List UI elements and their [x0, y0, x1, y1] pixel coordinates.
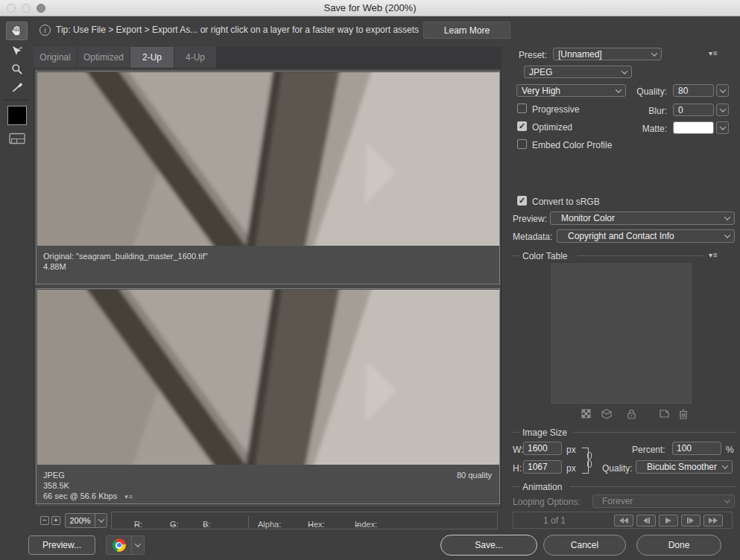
learn-more-button[interactable]: Learn More — [423, 22, 510, 39]
chevron-down-icon — [95, 514, 107, 527]
quality-slider-chevron[interactable] — [716, 84, 729, 97]
eyedropper-icon — [11, 81, 23, 93]
zoom-in-button[interactable]: + — [51, 516, 60, 525]
title-bar[interactable]: Save for Web (200%) — [0, 0, 740, 16]
eyedropper-tool-button[interactable] — [6, 77, 28, 96]
view-tabs: Original Optimized 2-Up 4-Up — [34, 47, 502, 68]
height-label: H: — [513, 463, 522, 474]
color-table-panel-menu-icon[interactable]: ▾≡ — [709, 251, 718, 259]
convert-srgb-checkbox[interactable] — [517, 196, 527, 206]
window-title: Save for Web (200%) — [323, 2, 416, 13]
image-size-title: Image Size — [522, 427, 567, 438]
close-window-icon[interactable] — [7, 4, 16, 13]
height-input[interactable] — [523, 460, 562, 474]
width-input[interactable] — [523, 442, 562, 455]
format-select[interactable]: JPEG — [524, 66, 632, 78]
preview-browser-select — [106, 535, 145, 555]
percent-input[interactable] — [672, 442, 721, 455]
width-label: W: — [513, 445, 523, 455]
preset-select[interactable]: [Unnamed] — [553, 48, 662, 60]
web-shift-cube-icon[interactable] — [601, 409, 612, 419]
readout-g-value: -- — [170, 520, 175, 529]
color-table-title: Color Table — [522, 251, 567, 261]
matte-select-chevron[interactable] — [716, 121, 729, 134]
preset-panel-menu-icon[interactable]: ▾≡ — [709, 49, 718, 57]
download-speed-menu-icon[interactable]: ▾≡ — [124, 491, 133, 502]
readout-index-value: -- — [355, 520, 360, 529]
fast-forward-icon — [709, 518, 718, 524]
quality-value: 80 — [678, 86, 688, 96]
original-info: Original: "seagram_building_master_1600.… — [37, 246, 499, 284]
original-filesize: 4.88M — [43, 261, 493, 272]
preview-select[interactable]: Monitor Color — [550, 211, 735, 225]
status-bar: − + 200% R: -- G: -- B: -- Alpha: -- Hex… — [34, 509, 502, 532]
slice-select-icon — [10, 45, 24, 57]
original-preview-pane[interactable]: Original: "seagram_building_master_1600.… — [36, 71, 500, 284]
width-unit: px — [566, 445, 576, 455]
preview-select-label: Preview: — [513, 214, 547, 224]
zoom-level-select[interactable]: 200% — [65, 513, 107, 528]
optimized-checkbox[interactable] — [517, 121, 527, 131]
original-preview-image — [37, 72, 499, 246]
tab-4up[interactable]: 4-Up — [174, 47, 216, 68]
blur-slider-chevron[interactable] — [716, 104, 729, 116]
preview-select-value: Monitor Color — [555, 213, 725, 223]
browser-select-chevron[interactable] — [131, 536, 144, 554]
zoom-window-icon[interactable] — [37, 4, 45, 13]
toolbar-divider — [3, 100, 30, 101]
last-frame-button[interactable] — [703, 515, 723, 526]
tab-2up[interactable]: 2-Up — [130, 47, 174, 68]
first-frame-button[interactable] — [614, 515, 633, 526]
progressive-checkbox[interactable] — [517, 104, 527, 113]
divider — [570, 486, 736, 487]
snap-web-palette-icon[interactable] — [581, 409, 591, 419]
blur-value-box[interactable]: 0 — [673, 104, 714, 116]
slice-select-tool-button[interactable] — [6, 42, 28, 60]
resample-quality-select[interactable]: Bicubic Smoother — [636, 460, 733, 474]
step-back-icon — [642, 518, 650, 524]
looping-options-select[interactable]: Forever — [592, 494, 735, 508]
tab-original[interactable]: Original — [34, 47, 77, 68]
divider — [512, 432, 519, 433]
quality-value-box[interactable]: 80 — [673, 84, 714, 97]
optimized-info: JPEG 358.5K 66 sec @ 56.6 Kbps▾≡ 80 qual… — [37, 465, 499, 503]
delete-color-icon[interactable] — [679, 409, 688, 419]
hand-tool-button[interactable] — [6, 22, 28, 40]
constrain-proportions-icon[interactable] — [586, 452, 592, 468]
chrome-browser-button[interactable] — [107, 536, 131, 554]
toggle-slices-visibility-button[interactable] — [7, 132, 28, 148]
optimized-format: JPEG — [43, 470, 493, 480]
previous-frame-button[interactable] — [636, 515, 656, 526]
format-value: JPEG — [529, 67, 622, 77]
new-color-icon[interactable] — [659, 409, 669, 419]
next-frame-button[interactable] — [681, 515, 701, 526]
lock-color-icon[interactable] — [627, 409, 636, 419]
play-button[interactable] — [659, 515, 678, 526]
blur-value: 0 — [678, 105, 683, 115]
zoom-tool-button[interactable] — [6, 60, 28, 78]
zoom-out-button[interactable]: − — [40, 516, 49, 525]
readout-divider — [248, 516, 249, 528]
readout-b-value: -- — [203, 520, 208, 529]
tab-optimized[interactable]: Optimized — [78, 47, 130, 68]
info-icon: i — [39, 25, 51, 36]
eyedropper-color-swatch[interactable] — [7, 106, 27, 125]
preset-value: [Unnamed] — [558, 49, 652, 60]
embed-color-profile-checkbox[interactable] — [517, 139, 527, 149]
tip-text: Tip: Use File > Export > Export As... or… — [56, 25, 419, 35]
progressive-label: Progressive — [532, 104, 579, 115]
optimized-label: Optimized — [532, 122, 572, 133]
percent-label: Percent: — [632, 445, 665, 455]
slices-visibility-icon — [8, 132, 26, 148]
matte-color-swatch[interactable] — [673, 121, 714, 134]
minimize-window-icon[interactable] — [22, 4, 31, 13]
optimized-quality-note: 80 quality — [457, 470, 492, 480]
optimized-preview-pane[interactable]: JPEG 358.5K 66 sec @ 56.6 Kbps▾≡ 80 qual… — [36, 288, 500, 504]
preview-button[interactable]: Preview... — [28, 535, 95, 555]
readout-alpha-value: -- — [258, 520, 263, 529]
metadata-select[interactable]: Copyright and Contact Info — [557, 229, 735, 243]
embed-color-profile-label: Embed Color Profile — [532, 140, 612, 150]
color-table-swatches[interactable] — [550, 262, 693, 405]
quality-label: Quality: — [600, 86, 667, 97]
preset-label: Preset: — [519, 50, 547, 60]
